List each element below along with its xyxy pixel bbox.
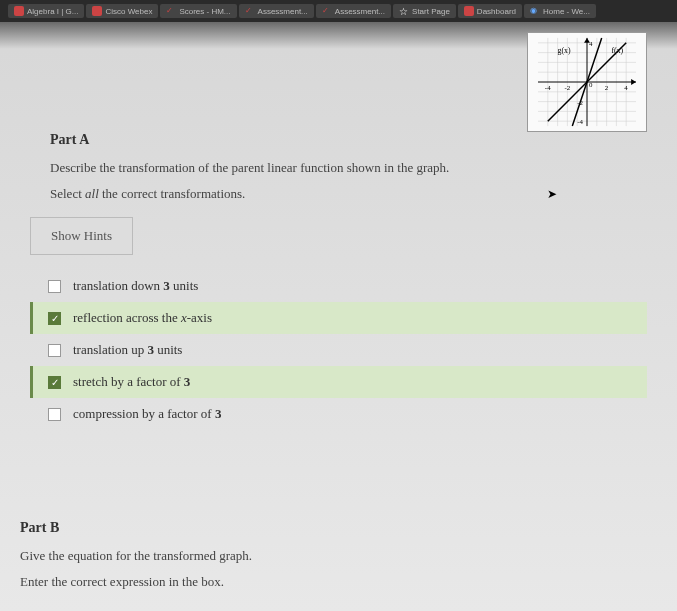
tab-dashboard[interactable]: Dashboard <box>458 4 522 18</box>
checkbox-icon[interactable] <box>48 408 61 421</box>
graph-svg: g(x) f(x) 4 -4 -2 0 2 4 -2 -4 <box>528 33 646 131</box>
tab-webex[interactable]: Cisco Webex <box>86 4 158 18</box>
checkbox-checked-icon[interactable]: ✓ <box>48 376 61 389</box>
checkbox-icon[interactable] <box>48 344 61 357</box>
svg-text:2: 2 <box>605 84 609 91</box>
check-icon: ✓ <box>166 6 176 16</box>
browser-tab-bar: Algebra I | G... Cisco Webex ✓Scores - H… <box>0 0 677 22</box>
part-a-question: Describe the transformation of the paren… <box>50 160 647 176</box>
tab-assessment-1[interactable]: ✓Assessment... <box>239 4 314 18</box>
svg-text:0: 0 <box>589 81 593 88</box>
tab-scores[interactable]: ✓Scores - HM... <box>160 4 236 18</box>
mouse-cursor-icon: ➤ <box>547 187 557 202</box>
globe-icon: ◉ <box>530 6 540 16</box>
svg-text:-2: -2 <box>577 99 583 106</box>
svg-text:-4: -4 <box>577 118 583 125</box>
tab-assessment-2[interactable]: ✓Assessment... <box>316 4 391 18</box>
option-translation-up[interactable]: translation up 3 units <box>30 334 647 366</box>
options-list: translation down 3 units ✓ reflection ac… <box>30 270 647 430</box>
part-b-instruction: Enter the correct expression in the box. <box>20 574 647 590</box>
part-b-section: Part B Give the equation for the transfo… <box>0 500 677 611</box>
option-compression[interactable]: compression by a factor of 3 <box>30 398 647 430</box>
svg-text:-2: -2 <box>564 84 570 91</box>
show-hints-button[interactable]: Show Hints <box>30 217 133 255</box>
tab-algebra[interactable]: Algebra I | G... <box>8 4 84 18</box>
svg-marker-18 <box>631 79 636 85</box>
checkbox-checked-icon[interactable]: ✓ <box>48 312 61 325</box>
svg-text:-4: -4 <box>545 84 551 91</box>
tab-start[interactable]: ☆Start Page <box>393 4 456 18</box>
part-b-question: Give the equation for the transformed gr… <box>20 548 647 564</box>
option-translation-down[interactable]: translation down 3 units <box>30 270 647 302</box>
option-stretch[interactable]: ✓ stretch by a factor of 3 <box>30 366 647 398</box>
check-icon: ✓ <box>322 6 332 16</box>
part-a-title: Part A <box>50 132 647 148</box>
tab-icon <box>92 6 102 16</box>
main-content: g(x) f(x) 4 -4 -2 0 2 4 -2 -4 ➤ Part A D… <box>0 22 677 611</box>
part-b-title: Part B <box>20 520 647 536</box>
checkbox-icon[interactable] <box>48 280 61 293</box>
check-icon: ✓ <box>245 6 255 16</box>
svg-text:4: 4 <box>589 40 593 47</box>
svg-text:4: 4 <box>624 84 628 91</box>
tab-home[interactable]: ◉Home - We... <box>524 4 596 18</box>
option-reflection-x[interactable]: ✓ reflection across the x-axis <box>30 302 647 334</box>
part-a-instruction: Select all the correct transformations. <box>50 186 647 202</box>
gx-label: g(x) <box>558 46 571 55</box>
star-icon: ☆ <box>399 6 409 16</box>
fx-label: f(x) <box>612 46 624 55</box>
function-graph: g(x) f(x) 4 -4 -2 0 2 4 -2 -4 <box>527 32 647 132</box>
tab-icon <box>464 6 474 16</box>
tab-icon <box>14 6 24 16</box>
